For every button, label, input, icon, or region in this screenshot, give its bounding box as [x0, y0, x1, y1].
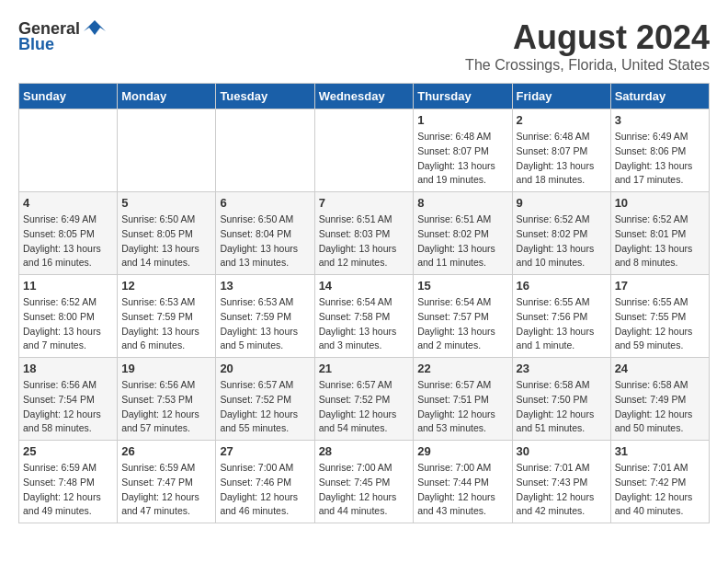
day-info: Sunrise: 7:00 AM Sunset: 7:44 PM Dayligh…: [417, 461, 507, 519]
day-info: Sunrise: 6:49 AM Sunset: 8:06 PM Dayligh…: [615, 130, 705, 188]
day-info: Sunrise: 6:52 AM Sunset: 8:01 PM Dayligh…: [615, 213, 705, 270]
day-info: Sunrise: 6:56 AM Sunset: 7:53 PM Dayligh…: [121, 378, 211, 436]
day-info: Sunrise: 6:52 AM Sunset: 8:00 PM Dayligh…: [23, 295, 113, 353]
table-row: 31Sunrise: 7:01 AM Sunset: 7:42 PM Dayli…: [610, 441, 709, 523]
logo-bird-icon: [82, 18, 108, 39]
table-row: 30Sunrise: 7:01 AM Sunset: 7:43 PM Dayli…: [512, 441, 610, 523]
day-info: Sunrise: 6:56 AM Sunset: 7:54 PM Dayligh…: [23, 378, 113, 436]
day-number: 25: [23, 444, 113, 458]
day-number: 1: [417, 113, 507, 127]
day-info: Sunrise: 6:59 AM Sunset: 7:47 PM Dayligh…: [121, 461, 211, 519]
table-row: 16Sunrise: 6:55 AM Sunset: 7:56 PM Dayli…: [512, 275, 610, 358]
day-info: Sunrise: 7:00 AM Sunset: 7:45 PM Dayligh…: [319, 461, 410, 519]
day-info: Sunrise: 6:58 AM Sunset: 7:50 PM Dayligh…: [517, 378, 607, 436]
table-row: 3Sunrise: 6:49 AM Sunset: 8:06 PM Daylig…: [610, 109, 709, 192]
table-row: 19Sunrise: 6:56 AM Sunset: 7:53 PM Dayli…: [118, 358, 216, 441]
table-row: [118, 109, 216, 192]
day-number: 26: [121, 444, 211, 458]
day-info: Sunrise: 6:55 AM Sunset: 7:56 PM Dayligh…: [517, 295, 607, 353]
table-row: 17Sunrise: 6:55 AM Sunset: 7:55 PM Dayli…: [610, 275, 709, 358]
table-row: 29Sunrise: 7:00 AM Sunset: 7:44 PM Dayli…: [414, 441, 512, 523]
day-info: Sunrise: 6:53 AM Sunset: 7:59 PM Dayligh…: [220, 295, 310, 353]
day-number: 4: [23, 196, 113, 210]
day-number: 8: [417, 196, 507, 210]
day-number: 16: [517, 279, 607, 293]
calendar-week-row: 1Sunrise: 6:48 AM Sunset: 8:07 PM Daylig…: [19, 109, 710, 192]
calendar-header-row: Sunday Monday Tuesday Wednesday Thursday…: [19, 84, 710, 109]
table-row: 18Sunrise: 6:56 AM Sunset: 7:54 PM Dayli…: [19, 358, 118, 441]
table-row: 25Sunrise: 6:59 AM Sunset: 7:48 PM Dayli…: [19, 441, 118, 523]
month-year-title: August 2024: [465, 18, 710, 57]
day-number: 19: [121, 362, 211, 375]
table-row: 12Sunrise: 6:53 AM Sunset: 7:59 PM Dayli…: [118, 275, 216, 358]
day-number: 13: [220, 279, 310, 293]
title-area: August 2024 The Crossings, Florida, Unit…: [465, 18, 710, 74]
day-number: 20: [220, 362, 310, 375]
logo-blue-text: Blue: [18, 35, 54, 54]
day-number: 14: [319, 279, 410, 293]
day-number: 2: [517, 113, 607, 127]
day-info: Sunrise: 7:00 AM Sunset: 7:46 PM Dayligh…: [220, 461, 310, 519]
day-info: Sunrise: 7:01 AM Sunset: 7:43 PM Dayligh…: [517, 461, 607, 519]
col-friday: Friday: [512, 84, 610, 109]
day-info: Sunrise: 6:48 AM Sunset: 8:07 PM Dayligh…: [517, 130, 607, 188]
table-row: 23Sunrise: 6:58 AM Sunset: 7:50 PM Dayli…: [512, 358, 610, 441]
day-number: 21: [319, 362, 410, 375]
page-header: General Blue August 2024 The Crossings, …: [18, 18, 710, 74]
table-row: 14Sunrise: 6:54 AM Sunset: 7:58 PM Dayli…: [314, 275, 414, 358]
table-row: 24Sunrise: 6:58 AM Sunset: 7:49 PM Dayli…: [610, 358, 709, 441]
day-number: 22: [417, 362, 507, 375]
day-number: 24: [615, 362, 705, 375]
day-number: 15: [417, 279, 507, 293]
day-number: 18: [23, 362, 113, 375]
table-row: 9Sunrise: 6:52 AM Sunset: 8:02 PM Daylig…: [512, 192, 610, 275]
col-saturday: Saturday: [610, 84, 709, 109]
col-thursday: Thursday: [414, 84, 512, 109]
day-info: Sunrise: 6:50 AM Sunset: 8:05 PM Dayligh…: [121, 213, 211, 270]
col-monday: Monday: [118, 84, 216, 109]
day-info: Sunrise: 6:55 AM Sunset: 7:55 PM Dayligh…: [615, 295, 705, 353]
table-row: 20Sunrise: 6:57 AM Sunset: 7:52 PM Dayli…: [216, 358, 314, 441]
day-number: 12: [121, 279, 211, 293]
calendar-table: Sunday Monday Tuesday Wednesday Thursday…: [18, 83, 710, 523]
day-number: 5: [121, 196, 211, 210]
day-number: 27: [220, 444, 310, 458]
table-row: 4Sunrise: 6:49 AM Sunset: 8:05 PM Daylig…: [19, 192, 118, 275]
logo: General Blue: [18, 18, 108, 54]
table-row: 8Sunrise: 6:51 AM Sunset: 8:02 PM Daylig…: [414, 192, 512, 275]
day-info: Sunrise: 6:49 AM Sunset: 8:05 PM Dayligh…: [23, 213, 113, 270]
location-subtitle: The Crossings, Florida, United States: [465, 57, 710, 74]
table-row: 1Sunrise: 6:48 AM Sunset: 8:07 PM Daylig…: [414, 109, 512, 192]
day-info: Sunrise: 6:54 AM Sunset: 7:57 PM Dayligh…: [417, 295, 507, 353]
day-number: 9: [517, 196, 607, 210]
table-row: 6Sunrise: 6:50 AM Sunset: 8:04 PM Daylig…: [216, 192, 314, 275]
day-number: 11: [23, 279, 113, 293]
calendar-week-row: 25Sunrise: 6:59 AM Sunset: 7:48 PM Dayli…: [19, 441, 710, 523]
day-info: Sunrise: 6:59 AM Sunset: 7:48 PM Dayligh…: [23, 461, 113, 519]
day-info: Sunrise: 6:48 AM Sunset: 8:07 PM Dayligh…: [417, 130, 507, 188]
day-info: Sunrise: 6:57 AM Sunset: 7:51 PM Dayligh…: [417, 378, 507, 436]
day-number: 28: [319, 444, 410, 458]
calendar-week-row: 18Sunrise: 6:56 AM Sunset: 7:54 PM Dayli…: [19, 358, 710, 441]
table-row: 27Sunrise: 7:00 AM Sunset: 7:46 PM Dayli…: [216, 441, 314, 523]
table-row: [216, 109, 314, 192]
day-number: 10: [615, 196, 705, 210]
table-row: 15Sunrise: 6:54 AM Sunset: 7:57 PM Dayli…: [414, 275, 512, 358]
col-tuesday: Tuesday: [216, 84, 314, 109]
table-row: 26Sunrise: 6:59 AM Sunset: 7:47 PM Dayli…: [118, 441, 216, 523]
day-info: Sunrise: 6:50 AM Sunset: 8:04 PM Dayligh…: [220, 213, 310, 270]
day-info: Sunrise: 6:51 AM Sunset: 8:02 PM Dayligh…: [417, 213, 507, 270]
table-row: 7Sunrise: 6:51 AM Sunset: 8:03 PM Daylig…: [314, 192, 414, 275]
table-row: 13Sunrise: 6:53 AM Sunset: 7:59 PM Dayli…: [216, 275, 314, 358]
day-number: 7: [319, 196, 410, 210]
table-row: 2Sunrise: 6:48 AM Sunset: 8:07 PM Daylig…: [512, 109, 610, 192]
day-number: 3: [615, 113, 705, 127]
col-wednesday: Wednesday: [314, 84, 414, 109]
day-info: Sunrise: 6:52 AM Sunset: 8:02 PM Dayligh…: [517, 213, 607, 270]
day-number: 29: [417, 444, 507, 458]
table-row: 5Sunrise: 6:50 AM Sunset: 8:05 PM Daylig…: [118, 192, 216, 275]
calendar-week-row: 4Sunrise: 6:49 AM Sunset: 8:05 PM Daylig…: [19, 192, 710, 275]
day-number: 17: [615, 279, 705, 293]
day-info: Sunrise: 6:57 AM Sunset: 7:52 PM Dayligh…: [319, 378, 410, 436]
table-row: 21Sunrise: 6:57 AM Sunset: 7:52 PM Dayli…: [314, 358, 414, 441]
